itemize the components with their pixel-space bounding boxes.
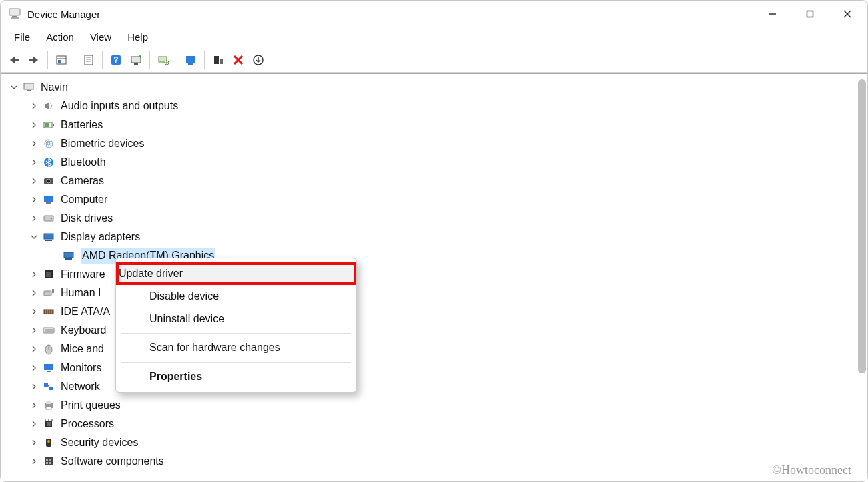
tree-root[interactable]: Navin <box>6 78 855 97</box>
svg-text:?: ? <box>113 55 118 65</box>
chevron-right-icon[interactable] <box>29 456 39 467</box>
menu-help[interactable]: Help <box>119 29 156 45</box>
menu-view[interactable]: View <box>82 29 119 45</box>
svg-rect-51 <box>52 289 54 293</box>
svg-rect-30 <box>27 90 31 91</box>
svg-rect-24 <box>214 56 219 64</box>
computer-root-icon <box>22 81 35 94</box>
svg-rect-23 <box>188 63 193 65</box>
chevron-right-icon[interactable] <box>29 138 39 149</box>
toolbar-show-hidden[interactable] <box>52 51 71 69</box>
svg-rect-80 <box>46 462 48 464</box>
svg-rect-7 <box>15 59 19 61</box>
chevron-down-icon[interactable] <box>9 82 19 93</box>
toolbar-scan[interactable] <box>127 51 145 69</box>
tree-item-disk-drives[interactable]: Disk drives <box>6 209 855 228</box>
svg-rect-25 <box>220 59 223 64</box>
chevron-right-icon[interactable] <box>29 400 39 411</box>
tree-item-cameras[interactable]: Cameras <box>6 172 855 190</box>
ctx-uninstall-device[interactable]: Uninstall device <box>116 308 356 330</box>
chevron-right-icon[interactable] <box>29 325 39 336</box>
chevron-right-icon[interactable] <box>29 176 39 186</box>
svg-rect-11 <box>58 60 61 63</box>
chevron-right-icon[interactable] <box>29 194 39 205</box>
tree-item-label: Audio inputs and outputs <box>61 98 178 114</box>
toolbar-properties[interactable] <box>79 51 98 69</box>
speaker-icon <box>42 99 55 113</box>
svg-rect-78 <box>46 459 48 461</box>
chevron-right-icon[interactable] <box>29 269 39 280</box>
forward-button[interactable] <box>25 51 43 69</box>
svg-rect-1 <box>12 16 17 17</box>
svg-point-35 <box>46 141 51 146</box>
toolbar-remove[interactable] <box>229 51 248 69</box>
menu-action[interactable]: Action <box>38 29 82 45</box>
ctx-scan-hardware[interactable]: Scan for hardware changes <box>116 336 356 359</box>
ctx-properties[interactable]: Properties <box>116 365 356 388</box>
tree-item-software-components[interactable]: Software components <box>6 452 855 471</box>
back-button[interactable] <box>5 51 23 69</box>
toolbar-separator <box>149 51 150 69</box>
software-icon <box>42 455 55 468</box>
chevron-right-icon[interactable] <box>29 419 39 429</box>
tree-item-security-devices[interactable]: Security devices <box>6 433 855 452</box>
toolbar-update-driver[interactable] <box>154 51 173 69</box>
svg-rect-8 <box>29 59 33 61</box>
toolbar-enable[interactable] <box>181 51 200 69</box>
tree-item-processors[interactable]: Processors <box>6 415 855 433</box>
scrollbar-thumb[interactable] <box>858 79 866 373</box>
processor-icon <box>42 417 55 431</box>
tree-item-label: IDE ATA/A <box>61 304 110 320</box>
display-adapter-icon <box>62 249 75 262</box>
chevron-right-icon[interactable] <box>29 157 39 168</box>
chevron-right-icon[interactable] <box>29 437 39 448</box>
toolbar-install[interactable] <box>249 51 268 69</box>
chevron-right-icon[interactable] <box>29 119 39 130</box>
chevron-right-icon[interactable] <box>29 306 39 317</box>
tree-item-display-adapters[interactable]: Display adapters <box>6 228 855 246</box>
battery-icon <box>42 118 55 132</box>
firmware-icon <box>42 268 55 281</box>
maximize-button[interactable] <box>791 1 829 27</box>
toolbar-separator <box>47 51 48 69</box>
menu-file[interactable]: File <box>6 29 38 45</box>
chevron-right-icon[interactable] <box>29 213 39 224</box>
chevron-down-icon[interactable] <box>29 232 39 242</box>
svg-rect-65 <box>49 387 53 390</box>
hid-icon <box>42 286 55 300</box>
svg-rect-81 <box>49 462 51 464</box>
minimize-button[interactable] <box>754 1 791 27</box>
chevron-right-icon[interactable] <box>29 344 39 354</box>
tree-item-computer[interactable]: Computer <box>6 190 855 209</box>
svg-rect-41 <box>46 202 51 204</box>
svg-point-43 <box>51 218 52 219</box>
toolbar-help[interactable]: ? <box>107 51 125 69</box>
svg-rect-12 <box>85 55 93 65</box>
svg-point-76 <box>47 440 50 443</box>
chevron-right-icon[interactable] <box>29 101 39 111</box>
tree-item-biometric[interactable]: Biometric devices <box>6 134 855 153</box>
tree-item-label: Bluetooth <box>61 154 106 170</box>
tree-item-print-queues[interactable]: Print queues <box>6 396 855 415</box>
tree-item-audio[interactable]: Audio inputs and outputs <box>6 97 855 115</box>
ide-icon <box>42 305 55 318</box>
ctx-update-driver[interactable]: Update driver <box>116 262 356 285</box>
chevron-right-icon[interactable] <box>29 381 39 392</box>
tree-item-label: Processors <box>61 416 114 432</box>
tree-item-label: Security devices <box>61 435 139 451</box>
toolbar-uninstall[interactable] <box>209 51 228 69</box>
svg-rect-71 <box>47 422 51 426</box>
menubar: File Action View Help <box>1 27 867 47</box>
tree-item-batteries[interactable]: Batteries <box>6 115 855 134</box>
device-manager-window: Device Manager File Action View Help <box>0 0 868 482</box>
chevron-right-icon[interactable] <box>29 288 39 298</box>
close-button[interactable] <box>829 1 866 27</box>
network-icon <box>42 380 55 393</box>
ctx-disable-device[interactable]: Disable device <box>116 285 356 308</box>
tree-item-bluetooth[interactable]: Bluetooth <box>6 153 855 172</box>
tree-item-label: Mice and <box>61 341 104 357</box>
chevron-right-icon[interactable] <box>29 363 39 373</box>
vertical-scrollbar[interactable] <box>858 79 866 476</box>
svg-rect-33 <box>45 123 49 127</box>
mouse-icon <box>42 342 55 356</box>
